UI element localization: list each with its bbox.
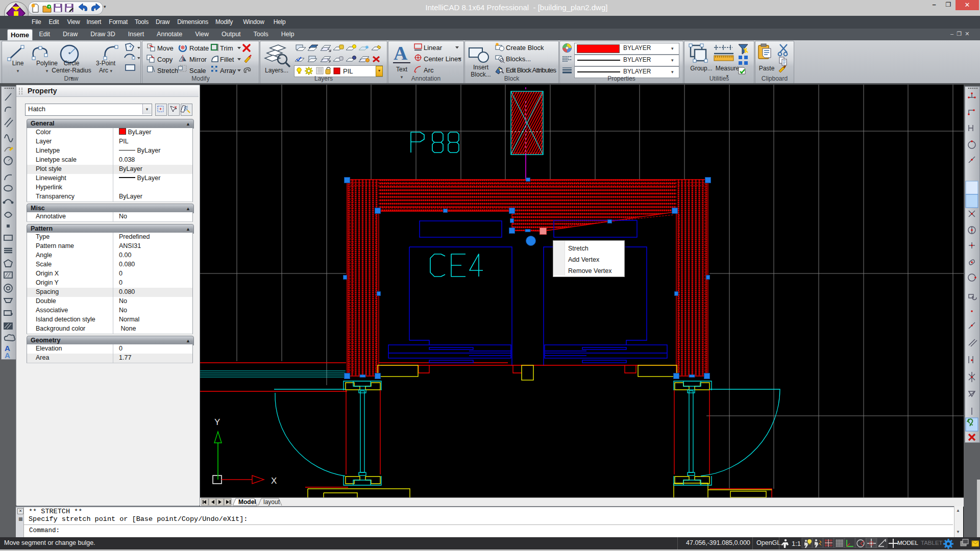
svg-text:layout: layout bbox=[263, 498, 280, 506]
svg-text:A: A bbox=[394, 43, 408, 64]
svg-text:X: X bbox=[271, 476, 277, 486]
svg-text:Model: Model bbox=[238, 498, 256, 506]
svg-text:Scale: Scale bbox=[189, 67, 206, 74]
svg-text:Trim: Trim bbox=[220, 44, 233, 52]
svg-text:Stretch: Stretch bbox=[157, 67, 178, 74]
svg-text:Array: Array bbox=[220, 67, 236, 74]
svg-text:Arc: Arc bbox=[424, 66, 434, 74]
svg-text:Edit Block Attributes: Edit Block Attributes bbox=[506, 66, 557, 74]
svg-text:Create Block: Create Block bbox=[506, 44, 544, 52]
svg-text:Blocks...: Blocks... bbox=[506, 55, 531, 63]
svg-text:Copy: Copy bbox=[157, 56, 173, 63]
svg-text:A: A bbox=[5, 351, 10, 359]
svg-text:Linear: Linear bbox=[424, 44, 443, 52]
svg-text:PIL: PIL bbox=[343, 67, 353, 75]
svg-text:Fillet: Fillet bbox=[220, 56, 234, 63]
svg-text:Y: Y bbox=[214, 417, 220, 427]
svg-text:1:1: 1:1 bbox=[792, 540, 801, 547]
svg-text:Mirror: Mirror bbox=[189, 56, 207, 63]
svg-text:Center Lines: Center Lines bbox=[424, 55, 461, 63]
svg-text:Rotate: Rotate bbox=[189, 44, 209, 52]
svg-text:Move: Move bbox=[157, 44, 174, 52]
